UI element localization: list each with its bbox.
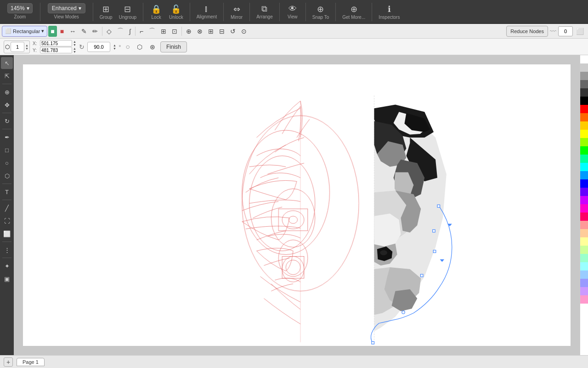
node-count-input[interactable] [11,42,24,52]
color-swatch-4[interactable] [580,88,588,97]
color-swatch-17[interactable] [580,196,588,204]
color-swatch-6[interactable] [580,105,588,113]
color-swatch-27[interactable] [580,279,588,287]
eyedropper-tool-btn[interactable]: ✦ [1,260,13,272]
color-swatch-28[interactable] [580,287,588,295]
node-tool-sm[interactable]: ◇ [104,26,114,37]
tool-dist[interactable]: ⊟ [217,26,227,37]
x-input[interactable] [40,40,72,46]
ellipse-tool-btn[interactable]: ○ [1,157,13,169]
rotate-tool-btn[interactable]: ↻ [1,115,13,127]
canvas-area[interactable] [14,55,580,355]
color-swatch-2[interactable] [580,72,588,80]
tool-corner[interactable]: ⌐ [137,26,146,37]
smooth-value-input[interactable] [558,26,573,36]
reduce-nodes-button[interactable]: Reduce Nodes [506,26,548,37]
mirror-button[interactable]: ⇔ Mirror [227,3,246,21]
ungroup-button[interactable]: ⊟ Ungroup [116,3,139,21]
pattern-tool-btn[interactable]: ⋮ [1,244,13,256]
get-more-button[interactable]: ⊕ Get More... [339,3,368,21]
subselect-tool-btn[interactable]: ⇱ [1,70,13,82]
tool-align-pts[interactable]: ⊞ [206,26,216,37]
tool-sm-3[interactable]: ✏ [90,26,100,37]
transform-tool-btn[interactable]: ⬜ [1,228,13,240]
tool-break[interactable]: ⊗ [195,26,205,37]
y-stepper[interactable]: ▲ ▼ [73,47,76,53]
color-swatch-16[interactable] [580,188,588,196]
pan-tool-btn[interactable]: ✥ [1,99,13,111]
color-swatch-22[interactable] [580,237,588,246]
rotation-input[interactable] [87,42,110,52]
color-swatch-11[interactable] [580,146,588,155]
color-swatch-21[interactable] [580,229,588,237]
zoom-button[interactable]: 145% ▾ [7,3,33,13]
color-swatch-10[interactable] [580,138,588,146]
snap-to-button[interactable]: ⊕ Snap To [310,3,332,21]
y-field-row: Y: ▲ ▼ [33,47,76,53]
color-swatch-3[interactable] [580,80,588,88]
node-count-down[interactable]: ▼ [25,47,28,50]
color-swatch-15[interactable] [580,179,588,188]
path-tool-sm[interactable]: ⌒ [115,26,126,37]
tool-reverse[interactable]: ↺ [228,26,238,37]
color-swatch-7[interactable] [580,113,588,121]
node-count-stepper[interactable]: ▲ ▼ [25,44,28,50]
color-swatch-24[interactable] [580,254,588,262]
view-mode-button[interactable]: Enhanced ▾ [48,3,85,13]
tool-sm-1[interactable]: ↔ [67,26,78,37]
finish-label: Finish [166,44,181,50]
node-shape-btn-1[interactable]: ⬡ [135,41,145,52]
zoom-tool-btn[interactable]: ⊕ [1,86,13,98]
alignment-button[interactable]: ⫿ Alignment [194,3,220,20]
color-swatch-18[interactable] [580,204,588,213]
color-swatch-12[interactable] [580,155,588,163]
inspectors-button[interactable]: ℹ Inspectors [376,3,402,21]
smooth-option-btn[interactable]: ⬜ [574,26,586,37]
color-swatch-0[interactable] [580,55,588,63]
color-fill-btn[interactable]: ■ [48,26,57,37]
view-mode-chevron: ▾ [79,5,81,12]
pen-tool-btn[interactable]: ✒ [1,131,13,143]
finish-button[interactable]: Finish [160,41,187,52]
tool-round[interactable]: ⌒ [147,26,158,37]
color-swatch-29[interactable] [580,295,588,304]
arrange-button[interactable]: ⧉ Arrange [254,3,276,20]
color-swatch-13[interactable] [580,163,588,171]
node-shape-btn-2[interactable]: ⊛ [147,41,158,52]
line-tool-btn[interactable]: ╱ [1,202,13,214]
rect-tool-btn[interactable]: □ [1,144,13,156]
node-count-up[interactable]: ▲ [25,44,28,47]
gradient-tool-btn[interactable]: ▣ [1,273,13,285]
color-swatch-26[interactable] [580,270,588,279]
tool-sym[interactable]: ⊞ [158,26,169,37]
color-swatch-9[interactable] [580,130,588,138]
y-input[interactable] [40,47,72,53]
color-stroke-btn[interactable]: ■ [58,26,66,37]
page-tab[interactable]: Page 1 [17,358,45,366]
text-tool-btn[interactable]: T [1,186,13,198]
paint-bucket-tool-btn[interactable]: ⛶ [1,215,13,227]
color-swatch-20[interactable] [580,221,588,229]
color-swatch-1[interactable] [580,63,588,72]
tool-asym[interactable]: ⊡ [170,26,180,37]
curve-tool-sm[interactable]: ∫ [127,26,133,37]
tool-close-path[interactable]: ⊙ [239,26,249,37]
polygon-tool-btn[interactable]: ⬡ [1,170,13,182]
rotation-stepper[interactable]: ▲ ▼ [113,44,116,50]
x-stepper[interactable]: ▲ ▼ [73,40,76,46]
tool-sm-2[interactable]: ✎ [79,26,89,37]
color-swatch-23[interactable] [580,246,588,254]
tool-connect[interactable]: ⊕ [184,26,194,37]
color-swatch-19[interactable] [580,213,588,221]
shape-selector-button[interactable]: ⬜ Rectangular ▾ [2,26,47,37]
add-page-button[interactable]: + [4,357,13,367]
color-swatch-14[interactable] [580,171,588,179]
group-button[interactable]: ⊞ Group [97,3,115,21]
pointer-tool-btn[interactable]: ↖ [1,57,13,69]
unlock-button[interactable]: 🔓 Unlock [166,3,186,21]
color-swatch-8[interactable] [580,121,588,130]
view-button[interactable]: 👁 View [283,3,302,20]
lock-button[interactable]: 🔒 Lock [147,3,165,21]
color-swatch-25[interactable] [580,262,588,270]
color-swatch-5[interactable] [580,97,588,105]
